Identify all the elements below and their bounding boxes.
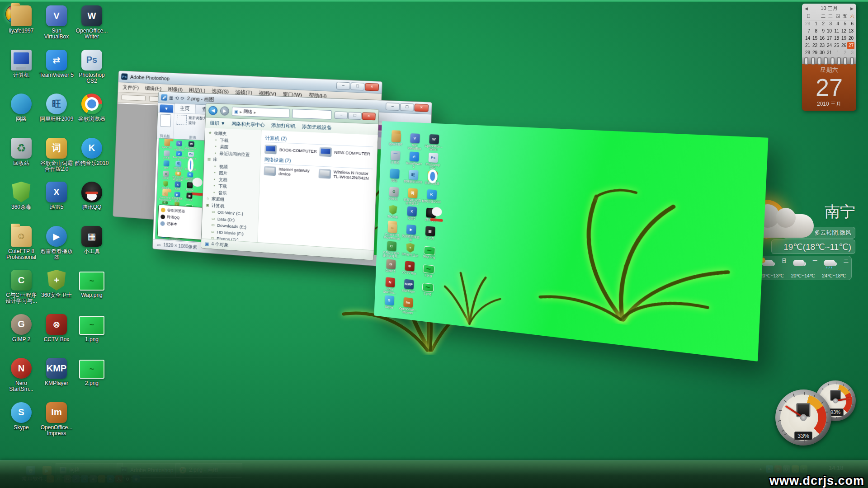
toolbar-command[interactable]: 添加打印机: [271, 122, 296, 130]
back-button[interactable]: ◀: [208, 106, 217, 115]
desktop-icon[interactable]: V Sun VirtualBox: [39, 3, 74, 47]
calendar-prev-icon[interactable]: ◀: [805, 6, 808, 11]
calendar-day[interactable]: 6: [847, 20, 854, 28]
desktop-icon[interactable]: X 迅雷5: [39, 179, 74, 223]
calendar-day[interactable]: 23: [818, 42, 826, 49]
calendar-day[interactable]: 31: [826, 49, 833, 56]
calendar-day[interactable]: 16: [818, 35, 826, 42]
calendar-day[interactable]: 10: [826, 28, 833, 35]
desktop-icon[interactable]: Im OpenOffice... Impress: [39, 399, 74, 444]
maximize-button[interactable]: □: [348, 112, 362, 120]
calendar-day[interactable]: 29: [811, 49, 818, 56]
minimize-button[interactable]: –: [336, 82, 350, 90]
calendar-day[interactable]: 15: [811, 35, 818, 42]
desktop-icon[interactable]: ⇄ TeamViewer 5: [39, 47, 74, 91]
calendar-day[interactable]: 28: [804, 20, 811, 28]
calendar-day[interactable]: 8: [811, 28, 818, 35]
desktop-icon[interactable]: 1.png: [74, 311, 109, 356]
desktop-icon[interactable]: KMP KMPlayer: [39, 355, 74, 399]
calendar-day[interactable]: 12: [840, 28, 847, 35]
toolbar-command[interactable]: 添加无线设备: [302, 123, 332, 131]
calendar-day[interactable]: 2: [840, 49, 847, 56]
calendar-day[interactable]: 2: [818, 20, 826, 28]
cpu-meter-gadget[interactable]: 93% 33%: [771, 379, 868, 446]
minimize-button[interactable]: –: [386, 103, 400, 111]
toolbar-command[interactable]: 组织 ▼: [210, 120, 225, 127]
calendar-day[interactable]: 30: [818, 49, 826, 56]
desktop-icon[interactable]: N Nero StartSm...: [4, 355, 39, 399]
redo-icon[interactable]: ⟳: [180, 95, 184, 100]
calendar-day[interactable]: 26: [840, 42, 847, 49]
calendar-day[interactable]: 1: [833, 49, 840, 56]
network-computer-item[interactable]: BOOK-COMPUTER: [264, 145, 317, 156]
desktop-icon[interactable]: G GIMP 2: [4, 311, 39, 356]
desktop-icon[interactable]: 360杀毒: [4, 179, 39, 223]
calendar-day[interactable]: 27: [847, 42, 854, 49]
calendar-day[interactable]: 24: [826, 42, 833, 49]
calendar-day[interactable]: 25: [833, 42, 840, 49]
tab-home[interactable]: 主页: [174, 103, 195, 113]
desktop-icon[interactable]: ▦ 小工具: [74, 223, 109, 267]
toolbar-command[interactable]: 网络和共享中心: [231, 121, 265, 128]
address-bar[interactable]: ▣ ▸ 网络 ▸: [232, 107, 290, 118]
paste-button[interactable]: [160, 114, 171, 127]
calendar-day[interactable]: 13: [847, 28, 854, 35]
calendar-day[interactable]: 28: [804, 49, 811, 56]
calendar-gadget[interactable]: ◀ 10 三月 ▶ 日一二三四五六 2812345678910111213141…: [802, 4, 856, 111]
close-button[interactable]: ×: [365, 83, 379, 91]
calendar-day[interactable]: 14: [804, 35, 811, 42]
pane-icon-label: 回收站: [389, 197, 398, 200]
desktop-icon[interactable]: S Skype: [4, 399, 39, 444]
desktop-icon[interactable]: 网络: [4, 91, 39, 135]
desktop-icon[interactable]: ♻ 回收站: [4, 135, 39, 179]
desktop-icon[interactable]: liyafe1997: [4, 3, 39, 47]
menu-item[interactable]: 文件(F): [123, 84, 139, 91]
desktop-icon[interactable]: 腾讯QQ: [74, 179, 109, 223]
desktop-icon[interactable]: 词 谷歌金山词霸 合作版2.0: [39, 135, 74, 179]
desktop-icon[interactable]: 计算机: [4, 47, 39, 91]
calendar-day[interactable]: 7: [804, 28, 811, 35]
calendar-day[interactable]: 19: [840, 35, 847, 42]
minimize-button[interactable]: –: [334, 111, 348, 119]
desktop-icon[interactable]: K 酷狗音乐2010: [74, 135, 109, 179]
desktop-icon[interactable]: + 360安全卫士: [39, 267, 74, 311]
maximize-button[interactable]: □: [400, 103, 415, 111]
calendar-day[interactable]: 18: [833, 35, 840, 42]
desktop-icon[interactable]: 2.png: [74, 355, 109, 399]
search-box[interactable]: [292, 109, 332, 120]
desktop-icon[interactable]: 谷歌浏览器: [74, 91, 109, 135]
calendar-day[interactable]: 11: [833, 28, 840, 35]
calendar-day[interactable]: 4: [833, 20, 840, 28]
forward-button[interactable]: ▶: [220, 106, 230, 116]
calendar-day[interactable]: 9: [818, 28, 826, 35]
calendar-day[interactable]: 3: [826, 20, 833, 28]
calendar-day[interactable]: 21: [804, 42, 811, 49]
close-button[interactable]: ×: [414, 104, 429, 112]
network-device-item[interactable]: Internet gateway device: [264, 166, 316, 178]
desktop-icon[interactable]: C C与C++程序设计学习与...: [4, 267, 39, 311]
desktop-icon[interactable]: W OpenOffice... Writer: [74, 3, 109, 47]
undo-icon[interactable]: ⟲: [175, 95, 179, 100]
close-button[interactable]: ×: [362, 113, 375, 121]
desktop-icon[interactable]: ⊗ CCTV Box: [39, 311, 74, 356]
desktop-icon[interactable]: ▶ 迅雷看看播放 器: [39, 223, 74, 267]
paint-file-button[interactable]: ▾: [160, 104, 173, 113]
calendar-day[interactable]: 1: [811, 20, 818, 28]
save-icon[interactable]: ▦: [169, 95, 174, 100]
window-explorer-network[interactable]: ◀ ▶ ▣ ▸ 网络 ▸ –□× 组织 ▼网络和共享中心添加打印机添加无线设备 …: [201, 103, 379, 261]
desktop-icon[interactable]: Ps Photoshop CS2: [74, 47, 109, 91]
calendar-next-icon[interactable]: ▶: [850, 6, 854, 11]
select-button[interactable]: [177, 115, 187, 125]
calendar-day[interactable]: 5: [840, 20, 847, 28]
desktop-icon[interactable]: 旺 阿里旺旺2009: [39, 91, 74, 135]
calendar-day[interactable]: 20: [847, 35, 854, 42]
network-device-item[interactable]: Wireless N Router TL-WR842N/842N: [318, 169, 373, 181]
desktop-icon[interactable]: Wap.png: [74, 267, 109, 311]
pane-icon-label: CCTV Box: [402, 271, 416, 275]
desktop-icon[interactable]: ☺ CuteFTP 8 Professional: [4, 223, 39, 267]
calendar-day[interactable]: 17: [826, 35, 833, 42]
calendar-day[interactable]: 3: [847, 49, 854, 56]
network-computer-item[interactable]: NEW-COMPUTER: [319, 147, 373, 159]
calendar-day[interactable]: 22: [811, 42, 818, 49]
maximize-button[interactable]: □: [350, 82, 364, 90]
